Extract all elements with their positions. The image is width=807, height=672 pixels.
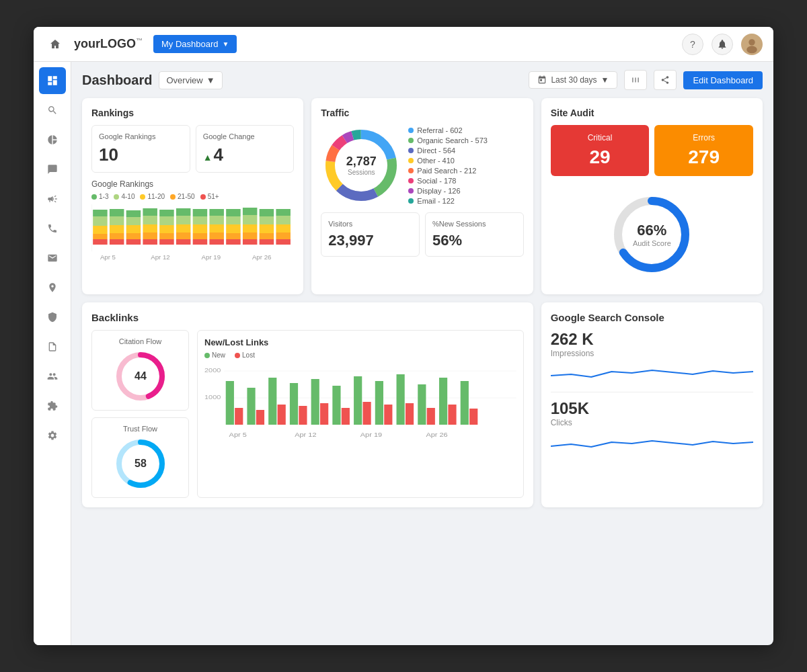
svg-rect-44 [226,239,241,245]
svg-rect-53 [243,208,258,215]
svg-text:2000: 2000 [204,367,221,374]
impressions-sparkline [551,362,753,382]
gsc-title: Google Search Console [551,312,753,323]
legend-email: Email - 122 [408,197,488,205]
svg-rect-22 [143,216,157,224]
sessions-label: Sessions [346,169,377,176]
sidebar-item-analytics[interactable] [39,126,66,153]
rankings-legend: 1-3 4-10 11-20 21-50 51+ [91,193,294,200]
help-button[interactable]: ? [682,34,703,55]
legend-1-3: 1-3 [91,193,108,200]
audit-critical: Critical 29 [551,125,650,176]
svg-rect-60 [276,233,291,239]
svg-point-1 [748,39,755,45]
svg-rect-63 [276,209,291,216]
traffic-bottom-stats: Visitors 23,997 %New Sessions 56% [321,212,523,257]
impressions-value: 262 K [551,330,753,349]
new-lost-title: New/Lost Links [204,337,516,347]
rankings-card: Rankings Google Rankings 10 Google Chang… [82,98,303,294]
date-range-button[interactable]: Last 30 days ▼ [529,71,617,89]
overview-button[interactable]: Overview ▼ [159,71,222,89]
sidebar-item-plugins[interactable] [39,392,66,419]
svg-rect-51 [243,224,258,233]
caret-icon: ▼ [206,75,215,85]
sidebar-item-settings[interactable] [39,422,66,449]
audit-score-label: Audit Score [633,239,671,247]
svg-text:Apr 19: Apr 19 [202,254,221,261]
legend-4-10: 4-10 [114,193,134,200]
svg-rect-32 [176,216,191,224]
svg-rect-57 [260,216,274,224]
svg-rect-38 [193,209,208,216]
citation-flow-label: Citation Flow [99,337,182,345]
my-dashboard-button[interactable]: My Dashboard ▼ [153,35,237,53]
svg-rect-29 [176,239,191,245]
sessions-value: 2,787 [346,155,377,169]
svg-rect-54 [260,239,274,245]
visitors-card: Visitors 23,997 [321,212,420,257]
svg-rect-33 [176,208,191,216]
svg-rect-25 [159,233,174,239]
svg-text:Apr 26: Apr 26 [426,431,448,438]
sidebar-item-search[interactable] [39,97,66,124]
svg-rect-106 [406,403,414,425]
main-content: Dashboard Overview ▼ Last 30 days ▼ Ed [71,62,773,645]
sidebar-item-email[interactable] [39,245,66,271]
svg-text:44: 44 [134,370,147,382]
caret-icon: ▼ [223,40,229,48]
svg-rect-56 [260,224,274,233]
sidebar-item-security[interactable] [39,304,66,331]
svg-text:Apr 12: Apr 12 [295,431,317,438]
critical-label: Critical [559,133,642,142]
gsc-card: Google Search Console 262 K Impressions … [541,302,763,507]
google-change-label: Google Change [203,132,287,140]
svg-rect-62 [276,216,291,224]
legend-organic: Organic Search - 573 [408,136,488,144]
sidebar-item-dashboard[interactable] [39,67,66,94]
svg-rect-14 [126,239,141,245]
critical-value: 29 [559,146,642,168]
svg-rect-103 [375,381,383,425]
sidebar-item-messages[interactable] [39,156,66,183]
svg-rect-89 [226,381,234,425]
svg-rect-4 [93,239,108,245]
legend-social: Social - 178 [408,177,488,185]
columns-button[interactable] [624,70,647,90]
svg-text:Apr 26: Apr 26 [252,254,271,261]
citation-flow-card: Citation Flow 44 [91,330,189,411]
citation-flow-donut: 44 [99,349,182,403]
sidebar-item-campaigns[interactable] [39,185,66,212]
rankings-chart-label: Google Rankings [91,179,294,189]
sidebar-item-phone[interactable] [39,215,66,242]
svg-rect-99 [332,386,340,425]
svg-rect-26 [159,225,174,233]
trust-flow-card: Trust Flow 58 [91,417,189,498]
home-nav-icon[interactable] [44,34,66,55]
sidebar-item-reports[interactable] [39,333,66,360]
svg-rect-40 [209,233,224,239]
svg-rect-37 [193,216,208,224]
clicks-label: Clicks [551,418,753,427]
svg-rect-7 [93,216,108,226]
clicks-value: 105K [551,399,753,418]
svg-rect-18 [126,210,141,217]
share-button[interactable] [654,70,677,90]
legend-21-50: 21-50 [170,193,195,200]
svg-rect-111 [461,381,469,425]
legend-display: Display - 126 [408,187,488,195]
gsc-impressions: 262 K Impressions [551,330,753,392]
edit-dashboard-button[interactable]: Edit Dashboard [683,71,763,89]
new-lost-bar-chart: 2000 1000 [204,364,516,438]
sidebar-item-users[interactable] [39,363,66,390]
svg-rect-28 [159,210,174,216]
svg-text:Apr 5: Apr 5 [229,431,247,438]
user-avatar[interactable] [741,34,763,55]
svg-rect-5 [93,234,108,239]
svg-rect-49 [243,239,258,245]
sidebar [34,62,71,645]
svg-rect-41 [209,224,224,233]
svg-rect-55 [260,233,274,239]
sidebar-item-location[interactable] [39,274,66,301]
notifications-button[interactable] [712,34,733,55]
svg-rect-13 [110,209,124,216]
